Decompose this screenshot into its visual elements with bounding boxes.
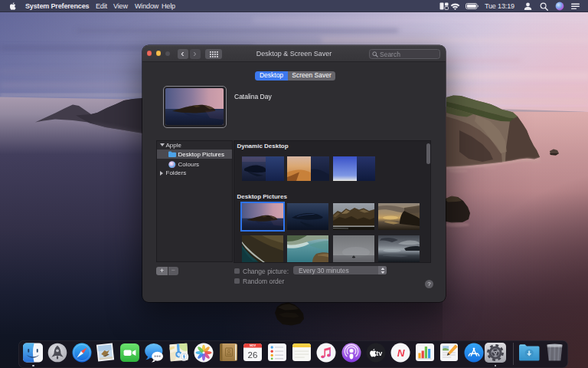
svg-text:26: 26 [248, 350, 258, 360]
svg-text:NOV: NOV [250, 344, 256, 347]
svg-text:tv: tv [376, 350, 382, 357]
svg-text:N: N [397, 347, 405, 359]
